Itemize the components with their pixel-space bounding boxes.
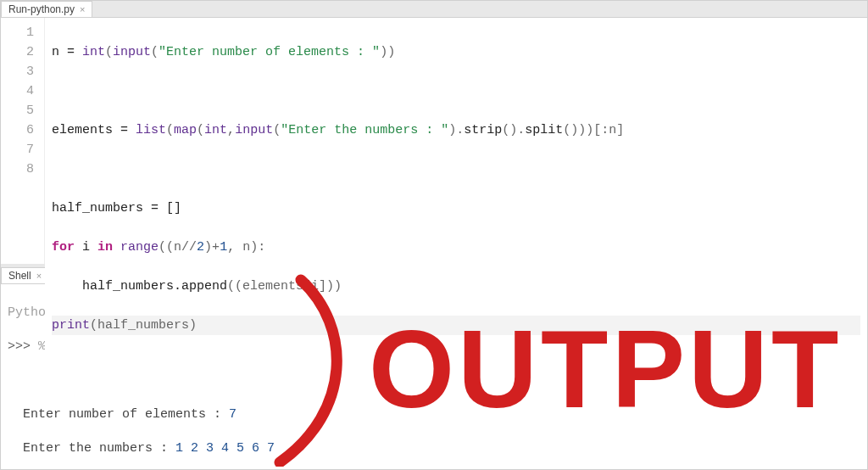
code-line: elements = list(map(int,input("Enter the… <box>52 120 860 140</box>
line-number: 2 <box>8 42 34 62</box>
code-editor[interactable]: 1 2 3 4 5 6 7 8 n = int(input("Enter num… <box>1 18 867 379</box>
close-icon[interactable]: × <box>80 5 85 14</box>
line-number: 7 <box>8 140 34 159</box>
editor-pane: Run-python.py × 1 2 3 4 5 6 7 8 n = int(… <box>0 0 868 263</box>
code-line: print(half_numbers) <box>52 316 860 335</box>
code-line: half_numbers.append((elements[i])) <box>52 277 860 296</box>
line-number: 6 <box>8 120 34 140</box>
shell-tab-label: Shell <box>8 270 31 282</box>
editor-tabbar: Run-python.py × <box>1 1 867 18</box>
shell-line: Enter number of elements : 7 <box>8 406 860 423</box>
close-icon[interactable]: × <box>36 271 42 281</box>
shell-line: Enter the numbers : 1 2 3 4 5 6 7 <box>8 440 860 457</box>
editor-tab[interactable]: Run-python.py × <box>1 1 92 17</box>
code-line: for i in range((n//2)+1, n): <box>52 238 860 257</box>
line-number: 1 <box>8 23 34 42</box>
code-line <box>52 81 860 101</box>
line-number: 4 <box>8 81 34 101</box>
code-line: n = int(input("Enter number of elements … <box>52 42 860 62</box>
line-number: 5 <box>8 101 34 120</box>
shell-tab[interactable]: Shell × <box>1 267 49 283</box>
code-line <box>52 159 860 179</box>
line-number: 8 <box>8 159 34 179</box>
editor-tab-label: Run-python.py <box>8 3 75 15</box>
code-area[interactable]: n = int(input("Enter number of elements … <box>45 18 867 379</box>
code-line: half_numbers = [] <box>52 199 860 218</box>
line-number: 3 <box>8 62 34 81</box>
